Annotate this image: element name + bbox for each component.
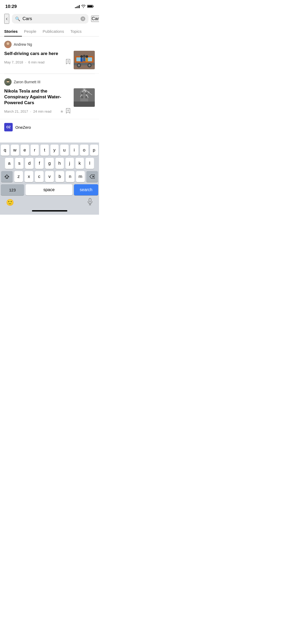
svg-point-15 xyxy=(78,64,80,66)
key-p[interactable]: p xyxy=(90,145,98,156)
shift-key[interactable] xyxy=(1,171,13,182)
svg-point-17 xyxy=(80,55,83,58)
key-b[interactable]: b xyxy=(55,171,64,182)
key-x[interactable]: x xyxy=(25,171,33,182)
svg-rect-1 xyxy=(93,6,94,7)
svg-rect-34 xyxy=(85,92,87,94)
key-u[interactable]: u xyxy=(60,145,69,156)
svg-rect-2 xyxy=(88,6,93,7)
search-input[interactable] xyxy=(22,16,78,21)
svg-rect-18 xyxy=(81,58,83,62)
article-meta: March 21, 2017 · 24 min read ★ xyxy=(4,108,70,115)
article-thumbnail xyxy=(74,51,95,69)
key-c[interactable]: c xyxy=(35,171,44,182)
back-button[interactable]: ‹ xyxy=(4,14,9,24)
svg-rect-35 xyxy=(81,96,83,98)
article-item: Andrew Ng Self-driving cars are here May… xyxy=(0,36,99,74)
svg-point-21 xyxy=(83,55,86,57)
article-read-time: 24 min read xyxy=(33,109,51,113)
key-n[interactable]: n xyxy=(66,171,74,182)
tab-publications[interactable]: Publications xyxy=(43,26,68,36)
author-name: Andrew Ng xyxy=(14,42,32,47)
key-f[interactable]: f xyxy=(35,158,44,169)
article-body: Self-driving cars are here May 7, 2018 ·… xyxy=(4,51,95,69)
numbers-key[interactable]: 123 xyxy=(1,184,24,195)
key-d[interactable]: d xyxy=(25,158,34,169)
microphone-button[interactable] xyxy=(87,198,93,207)
article-meta: May 7, 2018 · 6 min read xyxy=(4,59,70,66)
home-indicator xyxy=(32,210,67,211)
key-z[interactable]: z xyxy=(14,171,23,182)
search-row: ‹ 🔍 ✕ Cancel xyxy=(0,12,99,26)
search-input-wrap: 🔍 ✕ xyxy=(12,14,88,24)
key-o[interactable]: o xyxy=(80,145,88,156)
article-actions xyxy=(66,59,70,66)
svg-rect-39 xyxy=(89,198,91,202)
article-text: Self-driving cars are here May 7, 2018 ·… xyxy=(4,51,70,66)
article-title[interactable]: Self-driving cars are here xyxy=(4,51,70,57)
space-key[interactable]: space xyxy=(26,184,72,195)
author-row: Zaron Burnett III xyxy=(4,78,95,86)
key-y[interactable]: y xyxy=(50,145,59,156)
key-w[interactable]: w xyxy=(11,145,19,156)
keyboard-extras: 🙂 xyxy=(1,196,98,209)
keyboard-row-3: z x c v b n m xyxy=(1,171,98,182)
article-read-time: 6 min read xyxy=(28,60,44,64)
status-bar: 10:29 xyxy=(0,0,99,12)
key-m[interactable]: m xyxy=(76,171,85,182)
svg-rect-20 xyxy=(86,58,88,62)
keyboard-row-1: q w e r t y u i o p xyxy=(1,145,98,156)
svg-rect-33 xyxy=(81,92,83,94)
key-i[interactable]: i xyxy=(70,145,79,156)
svg-point-16 xyxy=(88,64,91,66)
onezero-row[interactable]: OZ OneZero xyxy=(0,119,99,135)
backspace-key[interactable] xyxy=(86,171,98,182)
search-key[interactable]: search xyxy=(74,184,98,195)
tab-topics[interactable]: Topics xyxy=(70,26,86,36)
battery-icon xyxy=(87,4,94,9)
keyboard: q w e r t y u i o p a s d f g h j k l z … xyxy=(0,142,99,215)
avatar xyxy=(4,41,12,48)
cancel-button[interactable]: Cancel xyxy=(91,16,99,22)
svg-point-4 xyxy=(7,42,9,45)
svg-rect-22 xyxy=(83,57,85,61)
tab-stories[interactable]: Stories xyxy=(4,26,22,36)
keyboard-row-2: a s d f g h j k l xyxy=(1,158,98,169)
key-e[interactable]: e xyxy=(21,145,29,156)
emoji-button[interactable]: 🙂 xyxy=(6,199,14,206)
article-title[interactable]: Nikola Tesla and the Conspiracy Against … xyxy=(4,88,70,106)
star-icon[interactable]: ★ xyxy=(60,109,64,114)
bookmark-icon[interactable] xyxy=(66,59,70,66)
key-s[interactable]: s xyxy=(15,158,23,169)
article-date: March 21, 2017 xyxy=(4,109,28,113)
avatar xyxy=(4,78,12,86)
author-name: Zaron Burnett III xyxy=(14,80,40,84)
key-r[interactable]: r xyxy=(31,145,39,156)
tabs-bar: Stories People Publications Topics xyxy=(0,26,99,36)
svg-rect-12 xyxy=(74,63,95,65)
search-icon: 🔍 xyxy=(15,16,20,21)
key-q[interactable]: q xyxy=(1,145,9,156)
wifi-icon xyxy=(81,4,86,9)
key-g[interactable]: g xyxy=(45,158,54,169)
tab-people[interactable]: People xyxy=(24,26,41,36)
status-icons xyxy=(75,4,94,9)
key-j[interactable]: j xyxy=(65,158,74,169)
key-t[interactable]: t xyxy=(40,145,49,156)
key-l[interactable]: l xyxy=(86,158,94,169)
keyboard-bottom-row: 123 space search xyxy=(1,184,98,195)
svg-rect-36 xyxy=(85,96,87,98)
status-time: 10:29 xyxy=(5,4,17,9)
key-k[interactable]: k xyxy=(76,158,84,169)
svg-point-19 xyxy=(86,55,88,58)
key-a[interactable]: a xyxy=(5,158,13,169)
article-date: May 7, 2018 xyxy=(4,60,23,64)
key-h[interactable]: h xyxy=(55,158,64,169)
bookmark-icon[interactable] xyxy=(66,108,70,115)
author-row: Andrew Ng xyxy=(4,41,95,48)
onezero-name: OneZero xyxy=(15,125,31,130)
signal-icon xyxy=(75,5,80,8)
key-v[interactable]: v xyxy=(45,171,54,182)
svg-rect-32 xyxy=(74,102,95,107)
clear-button[interactable]: ✕ xyxy=(81,16,85,21)
